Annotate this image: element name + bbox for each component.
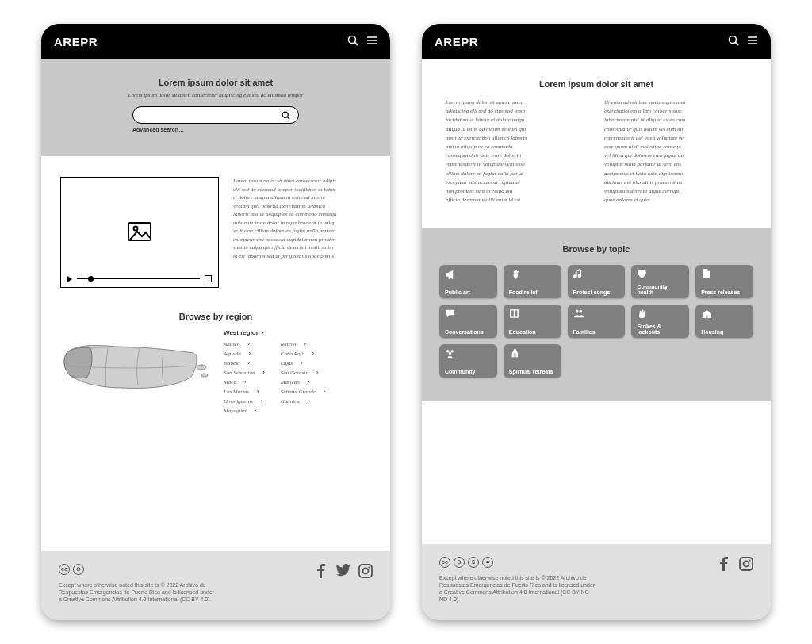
svg-point-16 <box>201 374 208 377</box>
cc-badge: cc <box>439 557 450 568</box>
cc-badge: $ <box>468 557 479 568</box>
topic-card[interactable]: Protest songs <box>568 265 626 298</box>
topic-label: Spiritual retreats <box>509 369 556 374</box>
hero-title: Lorem ipsum dolor sit amet <box>65 78 366 87</box>
topic-card[interactable]: Housing <box>695 305 753 338</box>
carrot-icon <box>509 269 556 280</box>
topic-label: Public art <box>445 289 492 295</box>
region-link[interactable]: Isabela <box>224 360 265 366</box>
topic-card[interactable]: Press releases <box>695 265 753 298</box>
video-player[interactable] <box>60 177 219 288</box>
topbar: AREPR <box>422 24 771 59</box>
topic-card[interactable]: Community health <box>631 265 689 298</box>
hero-subtitle: Lorem ipsum dolor sit amet, consectetur … <box>65 92 366 98</box>
topic-card[interactable]: Education <box>504 305 561 338</box>
region-heading: Browse by region <box>60 312 371 321</box>
footer: cc⊙$= Except where otherwise noted this … <box>422 544 771 620</box>
region-link[interactable]: Rincón <box>281 341 325 347</box>
facebook-icon[interactable] <box>314 564 328 580</box>
topic-card[interactable]: Public art <box>439 265 497 298</box>
search-input[interactable] <box>132 106 299 124</box>
topic-label: Strikes & lockouts <box>637 324 684 335</box>
region-link[interactable]: Hormigueros <box>224 398 265 404</box>
topics-heading: Browse by topic <box>439 244 753 254</box>
instagram-icon[interactable] <box>358 564 373 580</box>
region-link[interactable]: Guánica <box>281 398 325 404</box>
megaphone-icon <box>445 269 492 280</box>
menu-icon[interactable] <box>366 35 377 48</box>
topic-card[interactable]: Food relief <box>504 265 561 298</box>
intro-section: Lorem ipsum dolor sit amet Lorem ipsum d… <box>422 59 771 228</box>
region-link[interactable]: Maricao <box>281 379 325 385</box>
cc-badge: ⊙ <box>454 557 465 568</box>
topic-card[interactable]: Conversations <box>439 305 497 338</box>
region-link[interactable]: San Sebastián <box>224 370 265 376</box>
region-link[interactable]: Aguada <box>224 351 265 357</box>
region-map[interactable] <box>60 329 211 408</box>
search-icon[interactable] <box>728 35 739 48</box>
browse-region-section: Browse by region West region AñascoAguad… <box>41 312 390 430</box>
mockup-screen-1: AREPR Lorem ipsum dolor sit amet Lorem i… <box>41 24 390 620</box>
brand-logo[interactable]: AREPR <box>54 35 98 48</box>
footer-text: Except where otherwise noted this site i… <box>439 574 598 603</box>
region-link[interactable]: Lajas <box>281 360 325 366</box>
region-list: West region AñascoAguadaIsabelaSan Sebas… <box>224 329 371 414</box>
svg-point-15 <box>197 365 206 370</box>
cc-badge: cc <box>59 564 70 575</box>
topic-label: Community <box>445 369 492 374</box>
topic-label: Families <box>573 329 620 335</box>
hero: Lorem ipsum dolor sit amet Lorem ipsum d… <box>41 59 390 156</box>
browse-topic-section: Browse by topic Public artFood reliefPro… <box>422 228 771 401</box>
cc-badge: ⊙ <box>73 564 84 575</box>
home-icon <box>701 309 748 320</box>
menu-icon[interactable] <box>747 35 758 48</box>
region-selected[interactable]: West region <box>224 329 371 336</box>
intro-col-2: Ut enim ad minima veniam quis nostexerci… <box>604 98 747 205</box>
twitter-icon[interactable] <box>336 564 350 580</box>
pray-icon <box>509 348 556 359</box>
music-icon <box>573 269 620 280</box>
region-link[interactable]: Añasco <box>224 341 265 347</box>
progress-track[interactable] <box>77 278 200 280</box>
region-link[interactable]: San Germán <box>281 370 325 376</box>
book-icon <box>509 309 556 320</box>
region-link[interactable]: Cabo Rojo <box>281 351 325 357</box>
search-icon[interactable] <box>347 35 358 48</box>
advanced-search-link[interactable]: Advanced search… <box>132 127 299 132</box>
people-icon <box>573 309 620 320</box>
instagram-icon[interactable] <box>739 557 753 573</box>
topic-label: Conversations <box>445 329 492 335</box>
topic-card[interactable]: Spiritual retreats <box>504 344 561 378</box>
fullscreen-button[interactable] <box>205 275 212 282</box>
intro-title: Lorem ipsum dolor sit amet <box>446 79 747 89</box>
media-controls <box>67 275 212 282</box>
region-link[interactable]: Moca <box>224 379 265 385</box>
fist-icon <box>637 309 684 320</box>
mockup-screen-2: AREPR Lorem ipsum dolor sit amet Lorem i… <box>422 24 771 620</box>
topic-label: Housing <box>701 329 748 335</box>
media-description: Lorem ipsum dolor sit amet consectetur a… <box>233 177 371 288</box>
group-icon <box>445 348 492 359</box>
topic-card[interactable]: Community <box>439 344 497 378</box>
topic-label: Press releases <box>701 289 748 295</box>
footer-text: Except where otherwise noted this site i… <box>59 581 217 603</box>
image-placeholder-icon <box>128 222 151 243</box>
region-link[interactable]: Mayagüez <box>224 408 265 414</box>
play-button[interactable] <box>67 276 72 282</box>
intro-col-1: Lorem ipsum dolor sit amet consecadipisc… <box>446 98 588 205</box>
topic-label: Community health <box>637 284 684 295</box>
facebook-icon[interactable] <box>717 557 731 573</box>
doc-icon <box>701 269 748 280</box>
search-icon <box>282 111 290 120</box>
media-row: Lorem ipsum dolor sit amet consectetur a… <box>41 156 390 312</box>
region-link[interactable]: Sabana Grande <box>281 389 325 395</box>
topic-card[interactable]: Families <box>568 305 626 338</box>
region-link[interactable]: Las Marías <box>224 389 265 395</box>
topic-card[interactable]: Strikes & lockouts <box>631 305 689 338</box>
brand-logo[interactable]: AREPR <box>435 35 478 48</box>
progress-thumb[interactable] <box>88 276 94 282</box>
cc-badge: = <box>482 557 493 568</box>
footer: cc⊙ Except where otherwise noted this si… <box>41 551 390 620</box>
topic-label: Food relief <box>509 289 556 295</box>
topbar: AREPR <box>41 24 390 59</box>
